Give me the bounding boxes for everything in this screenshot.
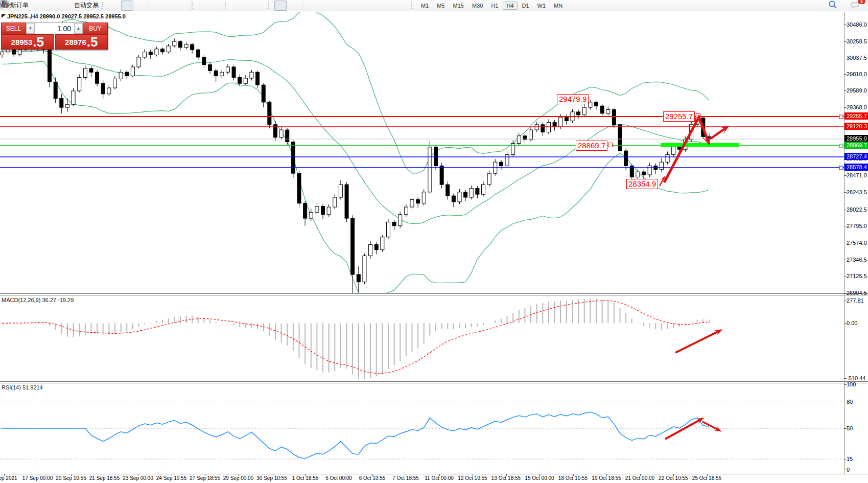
line-drag-handle[interactable] bbox=[839, 115, 843, 119]
one-click-trading-panel: SELL ▼ 1.00 ▲ BUY 28953 .5 28976 .5 bbox=[1, 22, 108, 50]
candle-body bbox=[369, 244, 372, 256]
mt4-chart-window: 新订单 自动交易 bbox=[0, 0, 868, 483]
candle-body bbox=[452, 196, 455, 202]
candle-body bbox=[244, 78, 247, 83]
rsi-axis-label: 50 bbox=[847, 425, 853, 431]
price-annotation[interactable]: 29255.7 bbox=[663, 111, 695, 122]
candle-body bbox=[392, 222, 396, 225]
time-axis-label: 29 Sep 00:00 bbox=[223, 475, 254, 481]
price-tick-label: 30258.5 bbox=[847, 38, 867, 44]
volume-up-button[interactable]: ▲ bbox=[74, 23, 83, 34]
chart-ohlc-title: JPN225-,H4 28990.0 29027.5 28952.5 28955… bbox=[7, 13, 126, 19]
price-tick-label: 30486.0 bbox=[847, 21, 867, 28]
candle-body bbox=[553, 122, 556, 127]
chart-canvas[interactable] bbox=[0, 0, 868, 483]
candle-body bbox=[351, 218, 355, 274]
support-highlight-zone[interactable] bbox=[661, 143, 739, 147]
candle-body bbox=[119, 72, 123, 79]
price-tick-label: 27574.0 bbox=[847, 240, 867, 246]
candle-body bbox=[642, 172, 646, 175]
time-axis-label: 30 Sep 10:55 bbox=[256, 475, 287, 481]
candle-body bbox=[184, 44, 188, 48]
bollinger-lower bbox=[2, 62, 709, 299]
price-annotation[interactable]: 28869.7 bbox=[576, 141, 607, 151]
chart-pointer-icon bbox=[2, 14, 6, 18]
bollinger-middle bbox=[2, 51, 709, 224]
time-axis-label: 12 Oct 10:55 bbox=[458, 475, 487, 481]
candle-body bbox=[595, 102, 598, 106]
candle-body bbox=[220, 72, 224, 76]
candle-body bbox=[96, 72, 99, 83]
candle-body bbox=[357, 274, 360, 282]
candle-body bbox=[648, 166, 651, 175]
buy-price[interactable]: 28976 .5 bbox=[55, 34, 108, 50]
candle-body bbox=[48, 50, 52, 82]
time-axis-label: 23 Sep 00:00 bbox=[123, 475, 153, 481]
pane-separator[interactable] bbox=[0, 381, 868, 382]
price-tick-label: 29368.0 bbox=[847, 104, 867, 110]
time-axis-label: 15 Oct 00:00 bbox=[525, 475, 554, 481]
macd-axis-label: -510.44 bbox=[847, 375, 865, 381]
time-axis-label: 17 Sep 00:00 bbox=[22, 475, 53, 481]
buy-price-frac: .5 bbox=[87, 35, 98, 49]
candle-body bbox=[422, 192, 426, 203]
sell-price[interactable]: 28953 .5 bbox=[1, 34, 54, 50]
buy-button[interactable]: BUY bbox=[83, 22, 108, 34]
price-annotation[interactable]: 29479.9 bbox=[557, 94, 589, 104]
macd-label: MACD(12,26,9) 36.27 -19.29 bbox=[2, 297, 74, 303]
candle-body bbox=[268, 102, 271, 125]
candle-body bbox=[333, 197, 337, 207]
line-drag-handle[interactable] bbox=[839, 144, 843, 148]
price-tick-label: 27125.5 bbox=[847, 273, 867, 279]
annotation-handle[interactable] bbox=[608, 143, 613, 147]
price-tick-label: 30037.5 bbox=[847, 55, 867, 61]
pane-separator[interactable] bbox=[0, 295, 868, 295]
candle-body bbox=[517, 136, 521, 144]
candle-body bbox=[547, 122, 550, 132]
line-drag-handle[interactable] bbox=[839, 166, 843, 170]
price-level-badge: 28578.4 bbox=[844, 164, 868, 171]
time-axis-label: 6 Oct 10:55 bbox=[359, 475, 386, 481]
sell-button[interactable]: SELL bbox=[1, 22, 26, 34]
volume-value[interactable]: 1.00 bbox=[35, 23, 74, 34]
time-axis-label: 21 Oct 00:00 bbox=[625, 475, 654, 481]
volume-down-button[interactable]: ▼ bbox=[26, 23, 35, 34]
candle-body bbox=[167, 46, 170, 52]
time-axis-label: 25 Oct 18:55 bbox=[692, 475, 721, 481]
candle-body bbox=[529, 130, 533, 140]
candle-body bbox=[178, 41, 182, 48]
candle-body bbox=[72, 91, 75, 104]
candle-body bbox=[78, 77, 81, 90]
candle-body bbox=[541, 125, 545, 132]
price-level-badge: 29255.7 bbox=[844, 112, 868, 120]
price-tick-label: 29589.0 bbox=[847, 87, 867, 94]
candle-body bbox=[701, 118, 705, 137]
pane-separator[interactable] bbox=[0, 293, 868, 294]
candle-body bbox=[250, 72, 253, 78]
candle-body bbox=[565, 117, 568, 121]
price-tick-label: 27795.0 bbox=[847, 223, 867, 229]
volume-control: ▼ 1.00 ▲ bbox=[26, 22, 83, 34]
candle-body bbox=[173, 41, 176, 46]
price-annotation[interactable]: 28354.9 bbox=[626, 179, 658, 189]
rsi-line bbox=[2, 412, 709, 458]
time-axis-label: 27 Sep 18:55 bbox=[190, 475, 220, 481]
price-level-badge: 28727.4 bbox=[844, 153, 868, 160]
candle-body bbox=[101, 83, 105, 94]
candle-body bbox=[321, 206, 325, 215]
candle-body bbox=[232, 67, 236, 78]
rsi-name: RSI(14) bbox=[2, 384, 21, 390]
annotation-handle[interactable] bbox=[696, 113, 700, 118]
candle-body bbox=[65, 104, 69, 107]
candle-body bbox=[381, 237, 384, 250]
candle-body bbox=[143, 52, 147, 57]
pane-separator[interactable] bbox=[0, 383, 868, 383]
macd-axis-label: 277.81 bbox=[847, 297, 864, 304]
candle-body bbox=[60, 99, 63, 108]
candle-body bbox=[410, 199, 414, 207]
macd-signal-line bbox=[2, 301, 709, 373]
candle-body bbox=[279, 130, 283, 137]
time-axis-label: 7 Oct 18:55 bbox=[392, 475, 419, 481]
candle-body bbox=[155, 49, 158, 55]
sell-price-main: 28953 bbox=[11, 36, 33, 49]
